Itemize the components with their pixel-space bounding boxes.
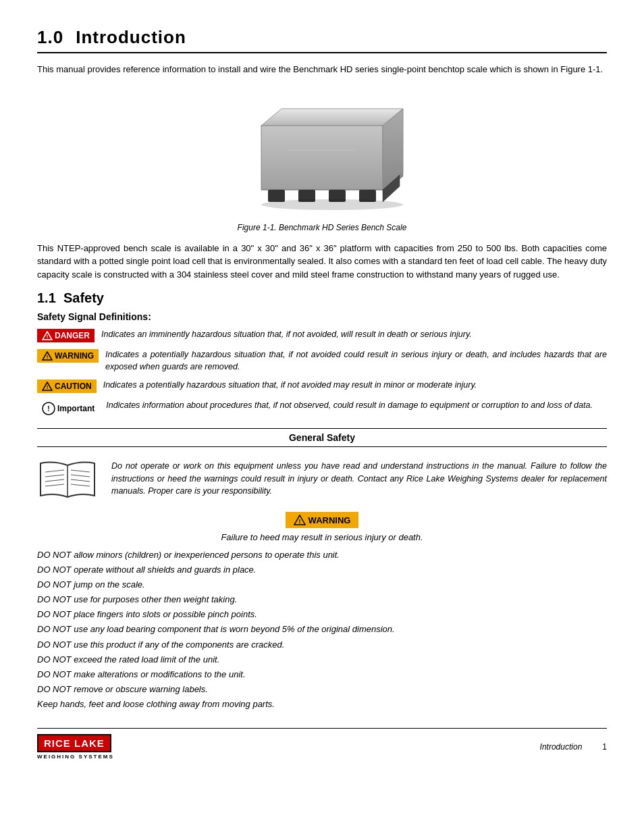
warning-badge-center: ! WARNING [286,512,359,528]
general-safety-heading: General Safety [37,428,607,447]
page-container: 1.0 Introduction This manual provides re… [0,0,644,780]
figure-container: Figure 1-1. Benchmark HD Series Bench Sc… [37,88,607,232]
danger-label: DANGER [55,331,90,340]
general-safety-text: Do not operate or work on this equipment… [111,460,607,498]
subsection-number: 1.1 [37,290,56,305]
section-number: 1.0 [37,27,63,48]
do-not-list: DO NOT allow minors (children) or inexpe… [37,548,607,712]
signal-row-important: ! Important Indicates information about … [37,400,607,417]
figure-caption: Figure 1-1. Benchmark HD Series Bench Sc… [37,223,607,232]
svg-line-27 [71,479,90,481]
do-not-item-3: DO NOT jump on the scale. [37,577,607,592]
intro-paragraph-1: This manual provides reference informati… [37,63,607,76]
warning-badge: ! WARNING [37,349,99,363]
do-not-item-6: DO NOT use any load bearing component th… [37,622,607,637]
signal-row-warning: ! WARNING Indicates a potentially hazard… [37,349,607,373]
warning-center: ! WARNING [37,512,607,528]
signal-row-caution: ! CAUTION Indicates a potentially hazard… [37,380,607,393]
danger-badge: ! DANGER [37,329,95,342]
caution-badge: ! CAUTION [37,380,97,393]
do-not-item-4: DO NOT use for purposes other then weigh… [37,592,607,607]
intro-paragraph-2: This NTEP-approved bench scale is availa… [37,242,607,282]
svg-text:!: ! [47,384,49,390]
svg-text:!: ! [47,354,49,360]
section-title-text: Introduction [76,27,186,48]
book-icon [37,455,98,502]
important-circle-icon: ! [42,402,55,415]
do-not-item-1: DO NOT allow minors (children) or inexpe… [37,548,607,563]
footer-section: Introduction [540,742,583,752]
do-not-item-10: DO NOT remove or obscure warning labels. [37,682,607,697]
important-label: Important [57,404,95,413]
svg-line-26 [71,475,90,477]
important-text: Indicates information about procedures t… [106,400,593,412]
svg-text:!: ! [47,405,49,413]
do-not-item-5: DO NOT place fingers into slots or possi… [37,607,607,622]
svg-rect-5 [268,190,285,202]
warning-label: WARNING [55,351,94,361]
svg-marker-0 [261,109,403,126]
important-badge: ! Important [37,400,99,417]
failure-text: Failure to heed may result in serious in… [37,532,607,542]
svg-text:!: ! [47,334,49,340]
do-not-item-9: DO NOT make alterations or modifications… [37,667,607,682]
svg-line-24 [45,484,64,486]
subsection-name: Safety [63,290,104,305]
danger-triangle-icon: ! [42,331,53,340]
warning-center-label: WARNING [308,515,351,525]
svg-line-21 [45,470,64,472]
do-not-item-7: DO NOT use this product if any of the co… [37,637,607,652]
logo-text: RICE LAKE [44,737,105,749]
footer-right: Introduction 1 [540,742,607,752]
logo-box: RICE LAKE [37,734,111,752]
svg-rect-1 [261,126,383,190]
caution-label: CAUTION [55,382,92,391]
svg-rect-11 [288,149,356,151]
svg-text:!: ! [298,518,300,525]
do-not-item-8: DO NOT exceed the rated load limit of th… [37,652,607,667]
warning-text: Indicates a potentially hazardous situat… [105,349,607,373]
svg-line-23 [45,479,64,481]
signal-definitions-heading: Safety Signal Definitions: [37,311,607,322]
subsection-title: 1.1 Safety [37,290,607,306]
general-safety-row: Do not operate or work on this equipment… [37,455,607,502]
signal-row-danger: ! DANGER Indicates an imminently hazardo… [37,329,607,342]
footer-page: 1 [602,742,607,752]
svg-point-10 [261,199,403,210]
svg-line-25 [71,470,90,472]
do-not-item-2: DO NOT operate without all shields and g… [37,563,607,577]
warning-triangle-icon: ! [42,351,53,361]
do-not-item-11: Keep hands, feet and loose clothing away… [37,697,607,712]
caution-text: Indicates a potentially hazardous situat… [103,380,477,392]
logo-sub: WEIGHING SYSTEMS [37,754,114,760]
danger-text: Indicates an imminently hazardous situat… [101,329,472,341]
scale-image [227,88,417,217]
caution-triangle-icon: ! [42,382,53,391]
svg-line-28 [71,484,90,486]
footer: RICE LAKE WEIGHING SYSTEMS Introduction … [37,728,607,760]
svg-line-22 [45,475,64,477]
section-title: 1.0 Introduction [37,27,607,53]
footer-logo: RICE LAKE WEIGHING SYSTEMS [37,734,114,760]
warning-center-icon: ! [294,515,306,525]
